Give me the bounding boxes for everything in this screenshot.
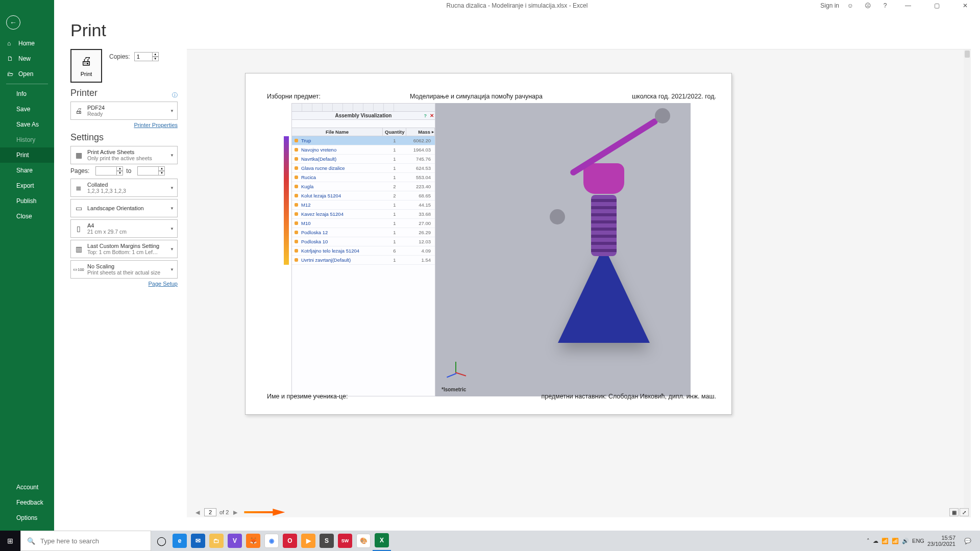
tray-chevron-icon[interactable]: ˄ — [867, 538, 870, 544]
taskbar-app-edge[interactable]: e — [170, 531, 189, 551]
sidebar-item-new[interactable]: 🗋 New — [0, 51, 54, 66]
home-icon: ⌂ — [7, 40, 14, 47]
sidebar-item-saveas[interactable]: Save As — [0, 117, 54, 132]
page-header-left: Изборни предмет: — [267, 93, 321, 100]
taskbar-app-chrome[interactable]: ◉ — [262, 531, 281, 551]
sidebar-item-share[interactable]: Share — [0, 163, 54, 178]
sidebar-item-publish[interactable]: Publish — [0, 193, 54, 209]
sidebar-item-account[interactable]: Account — [0, 480, 54, 495]
taskbar-app-sublime[interactable]: S — [317, 531, 336, 551]
tray-onedrive-icon[interactable]: ☁ — [873, 538, 878, 544]
taskbar-search[interactable]: 🔍 — [20, 531, 151, 551]
search-icon: 🔍 — [27, 537, 35, 545]
taskbar-app-paint[interactable]: 🎨 — [354, 531, 373, 551]
pages-from-input[interactable] — [95, 166, 117, 176]
window-restore-button[interactable]: ▢ — [925, 0, 948, 11]
taskbar-app-explorer[interactable]: 🗀 — [207, 531, 226, 551]
window-minimize-button[interactable]: — — [896, 0, 920, 11]
table-row: Kolut lezaja 51204268.65 — [292, 191, 435, 201]
page-setup-link[interactable]: Page Setup — [149, 281, 178, 287]
sw-close-icon[interactable]: ✕ — [430, 112, 434, 120]
paper-size-select[interactable]: ▯ A4 21 cm x 29.7 cm ▼ — [70, 219, 178, 238]
row-filename: Rucica — [300, 173, 383, 182]
part-icon — [295, 221, 298, 225]
row-quantity: 2 — [383, 191, 406, 200]
row-filename: Trup — [300, 136, 383, 145]
taskbar-app-solidworks[interactable]: SW — [336, 531, 354, 551]
row-filename: Podloska 10 — [300, 237, 383, 246]
page-icon: ▯ — [71, 224, 86, 233]
sidebar-item-print[interactable]: Print — [0, 147, 54, 163]
taskbar-app-excel[interactable]: X — [373, 531, 391, 551]
part-icon — [295, 258, 298, 262]
taskbar-app-media[interactable]: ▶ — [299, 531, 317, 551]
printer-properties-link[interactable]: Printer Properties — [134, 122, 178, 128]
taskbar-app-mail[interactable]: ✉ — [189, 531, 207, 551]
task-view-button[interactable]: ◯ — [152, 531, 170, 551]
collate-select[interactable]: ≣ Collated 1,2,3 1,2,3 1,2,3 ▼ — [70, 179, 178, 197]
tray-notifications-icon[interactable]: 💬 — [959, 531, 977, 551]
sidebar-item-options[interactable]: Options — [0, 510, 54, 525]
pages-to-input[interactable] — [137, 166, 159, 176]
taskbar-search-input[interactable] — [40, 537, 137, 545]
preview-scrollbar[interactable] — [964, 49, 971, 517]
tray-wifi-icon[interactable]: 📶 — [892, 538, 899, 544]
help-icon[interactable]: ? — [879, 2, 891, 9]
coord-axes-icon — [446, 362, 466, 382]
back-button[interactable]: ← — [6, 15, 20, 30]
show-margins-button[interactable]: ▦ — [949, 508, 959, 516]
printer-icon: 🖨 — [81, 55, 92, 68]
copies-spinner[interactable]: ▲ ▼ — [134, 52, 159, 61]
face-sad-icon[interactable]: ☹ — [862, 2, 874, 9]
row-filename: Podloska 12 — [300, 228, 383, 237]
sidebar-item-info[interactable]: Info — [0, 86, 54, 102]
zoom-to-page-button[interactable]: ⤢ — [960, 508, 969, 516]
print-button[interactable]: 🖨 Print — [70, 49, 102, 83]
sidebar-item-open[interactable]: 🗁 Open — [0, 66, 54, 82]
next-page-button[interactable]: ▶ — [232, 509, 239, 516]
tray-network-icon[interactable]: 📶 — [881, 538, 889, 544]
copies-down-button[interactable]: ▼ — [153, 57, 159, 61]
sidebar-item-export[interactable]: Export — [0, 178, 54, 193]
sidebar-item-close[interactable]: Close — [0, 209, 54, 224]
copies-input[interactable] — [134, 52, 153, 61]
taskbar-app-opera[interactable]: O — [281, 531, 299, 551]
taskbar-app-viber[interactable]: V — [226, 531, 244, 551]
sidebar-item-feedback[interactable]: Feedback — [0, 495, 54, 510]
part-icon — [295, 249, 298, 253]
scaling-select[interactable]: ▭100 No Scaling Print sheets at their ac… — [70, 260, 178, 279]
current-page-input[interactable] — [204, 508, 216, 516]
table-row: M12144.15 — [292, 201, 435, 210]
table-row: Navojno vreteno11964.03 — [292, 145, 435, 155]
title-bar: Rucna dizalica - Modeliranje i simulacij… — [54, 0, 980, 11]
table-row: M10127.00 — [292, 219, 435, 228]
sidebar-item-home[interactable]: ⌂ Home — [0, 36, 54, 51]
view-label: *Isometric — [442, 387, 466, 392]
pages-to-spinner[interactable]: ▲▼ — [137, 166, 165, 176]
tray-language[interactable]: ENG — [912, 538, 924, 544]
pages-from-spinner[interactable]: ▲▼ — [95, 166, 123, 176]
row-quantity: 1 — [383, 228, 406, 237]
part-icon — [295, 157, 298, 161]
sign-in-link[interactable]: Sign in — [820, 2, 839, 9]
prev-page-button[interactable]: ◀ — [194, 509, 201, 516]
pages-label: Pages: — [70, 167, 89, 174]
sidebar-item-save[interactable]: Save — [0, 102, 54, 117]
printer-info-icon[interactable]: ⓘ — [172, 91, 178, 99]
window-close-button[interactable]: ✕ — [953, 0, 977, 11]
tray-volume-icon[interactable]: 🔊 — [902, 538, 909, 544]
copies-up-button[interactable]: ▲ — [153, 52, 159, 57]
face-happy-icon[interactable]: ☺ — [844, 2, 856, 9]
part-icon — [295, 212, 298, 216]
print-what-select[interactable]: ▦ Print Active Sheets Only print the act… — [70, 146, 178, 164]
orientation-select[interactable]: ▭ Landscape Orientation ▼ — [70, 199, 178, 217]
table-row: Uvrtni zavrtanj(Default)11.54 — [292, 256, 435, 265]
taskbar-app-firefox[interactable]: 🦊 — [244, 531, 262, 551]
tray-clock[interactable]: 15:57 23/10/2021 — [927, 535, 955, 547]
orientation-icon: ▭ — [71, 204, 86, 212]
sw-help-icon[interactable]: ? — [424, 112, 427, 120]
start-button[interactable]: ⊞ — [0, 531, 20, 551]
row-filename: Kolut lezaja 51204 — [300, 191, 383, 200]
printer-select[interactable]: 🖨 PDF24 Ready ▼ — [70, 102, 178, 120]
margins-select[interactable]: ▥ Last Custom Margins Setting Top: 1 cm … — [70, 240, 178, 258]
